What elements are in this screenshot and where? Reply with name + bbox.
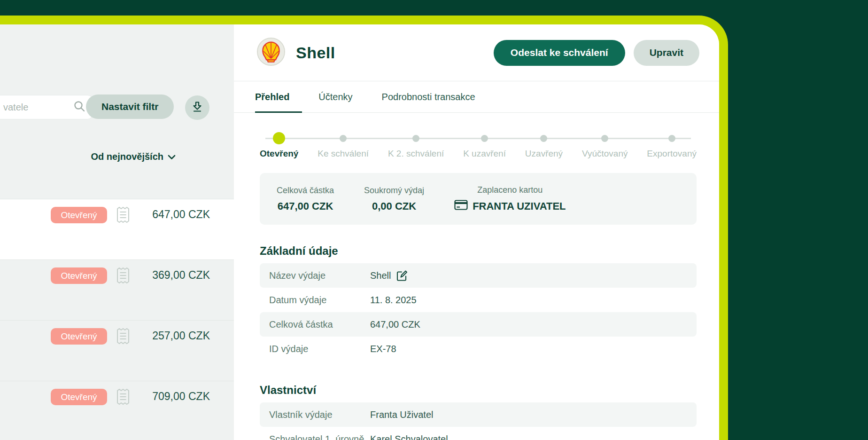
- edit-icon[interactable]: [396, 270, 408, 282]
- app-card: vatele Nastavit filtr Od nejnovějších: [0, 16, 728, 440]
- detail-content: OtevřenýKe schváleníK 2. schváleníK uzav…: [234, 113, 719, 440]
- status-badge: Otevřený: [51, 328, 107, 345]
- row-value: EX-78: [370, 344, 396, 354]
- row-label: Schvalovatel 1. úrovně: [269, 434, 370, 440]
- row-label: ID výdaje: [269, 344, 370, 354]
- summary-label: Celková částka: [277, 186, 334, 196]
- step-k-uzavreni: K uzavření: [463, 132, 506, 159]
- sort-dropdown[interactable]: Od nejnovějších: [91, 151, 176, 162]
- row-value: Karel Schvalovatel: [370, 434, 448, 440]
- receipt-icon: [116, 327, 130, 347]
- expense-amount: 709,00 CZK: [152, 390, 210, 403]
- sort-label: Od nejnovějších: [91, 151, 163, 162]
- set-filter-button[interactable]: Nastavit filtr: [86, 94, 174, 119]
- receipt-icon: [116, 206, 130, 226]
- expense-list-item[interactable]: Otevřený369,00 CZK: [0, 260, 234, 321]
- tab-bar: PřehledÚčtenkyPodrobnosti transakce: [234, 81, 719, 113]
- status-badge: Otevřený: [51, 389, 107, 405]
- send-for-approval-label: Odeslat ke schválení: [511, 47, 608, 58]
- section-title-vlastnictvi: Vlastnictví: [260, 384, 697, 397]
- expense-list-item[interactable]: Otevřený257,00 CZK: [0, 321, 234, 381]
- step-exportovany: Exportovaný: [647, 132, 697, 159]
- table-row-schvalovatel-1-urovne: Schvalovatel 1. úrovněKarel Schvalovatel: [260, 427, 697, 440]
- download-icon: [191, 101, 203, 115]
- step-label: Otevřený: [260, 149, 298, 159]
- step-label: Uzavřený: [525, 149, 563, 159]
- search-input[interactable]: vatele: [0, 95, 93, 119]
- step-dot: [412, 132, 419, 144]
- expense-list-item[interactable]: Otevřený709,00 CZK: [0, 381, 234, 440]
- credit-card-icon: [454, 200, 468, 213]
- summary-label: Zaplaceno kartou: [477, 185, 542, 195]
- tab-uctenky[interactable]: Účtenky: [318, 81, 352, 112]
- step-dot: [340, 132, 347, 144]
- chevron-down-icon: [168, 151, 176, 162]
- row-label: Celková částka: [269, 319, 370, 330]
- step-label: Ke schválení: [318, 149, 369, 159]
- step-label: K uzavření: [463, 149, 506, 159]
- expense-list-panel: vatele Nastavit filtr Od nejnovějších: [0, 24, 234, 440]
- row-value: Shell: [370, 270, 408, 282]
- search-icon: [73, 100, 86, 115]
- step-dot: [481, 132, 488, 144]
- step-dot: [668, 132, 675, 144]
- detail-sections: Základní údajeNázev výdajeShellDatum výd…: [260, 244, 697, 440]
- summary-value: 0,00 CZK: [372, 200, 416, 212]
- expense-list: Otevřený647,00 CZKOtevřený369,00 CZKOtev…: [0, 199, 234, 440]
- expense-amount: 257,00 CZK: [152, 330, 210, 342]
- tab-podrobnosti-transakce[interactable]: Podrobnosti transakce: [382, 81, 475, 112]
- step-k-2-schvaleni: K 2. schválení: [388, 132, 444, 159]
- step-label: Exportovaný: [647, 149, 697, 159]
- step-otevreny: Otevřený: [260, 132, 298, 159]
- row-value: Franta Uživatel: [370, 409, 434, 420]
- step-dot: [540, 132, 547, 144]
- summary-label: Soukromý výdaj: [364, 186, 424, 196]
- summary-zaplaceno-kartou: Zaplaceno kartouFRANTA UZIVATEL: [454, 185, 566, 213]
- row-value: 647,00 CZK: [370, 319, 420, 330]
- summary-value: 647,00 CZK: [278, 200, 333, 212]
- expense-amount: 647,00 CZK: [152, 208, 210, 221]
- table-row-nazev-vydaje: Název výdajeShell: [260, 263, 697, 288]
- expense-list-item[interactable]: Otevřený647,00 CZK: [0, 199, 234, 260]
- summary-value: FRANTA UZIVATEL: [454, 200, 566, 213]
- summary-celkova-castka: Celková částka647,00 CZK: [277, 186, 334, 212]
- expense-amount: 369,00 CZK: [152, 269, 210, 282]
- summary-box: Celková částka647,00 CZKSoukromý výdaj0,…: [260, 173, 697, 225]
- row-label: Vlastník výdaje: [269, 409, 370, 420]
- table-row-vlastnik-vydaje: Vlastník výdajeFranta Uživatel: [260, 402, 697, 427]
- row-label: Název výdaje: [269, 270, 370, 281]
- status-badge: Otevřený: [51, 207, 107, 223]
- page-title: Shell: [296, 44, 335, 62]
- set-filter-label: Nastavit filtr: [101, 101, 158, 112]
- shell-logo: [256, 37, 286, 68]
- step-vyuctovany: Vyúčtovaný: [582, 132, 628, 159]
- step-ke-schvaleni: Ke schválení: [318, 132, 369, 159]
- section-title-zakladni-udaje: Základní údaje: [260, 244, 697, 258]
- receipt-icon: [116, 388, 130, 408]
- step-uzavreny: Uzavřený: [525, 132, 563, 159]
- summary-soukromy-vydaj: Soukromý výdaj0,00 CZK: [364, 186, 424, 212]
- send-for-approval-button[interactable]: Odeslat ke schválení: [494, 40, 625, 66]
- row-value: 11. 8. 2025: [370, 295, 417, 306]
- table-row-celkova-castka: Celková částka647,00 CZK: [260, 312, 697, 337]
- status-stepper: OtevřenýKe schváleníK 2. schváleníK uzav…: [260, 132, 697, 159]
- download-button[interactable]: [185, 95, 209, 120]
- step-dot: [601, 132, 608, 144]
- table-row-datum-vydaje: Datum výdaje11. 8. 2025: [260, 288, 697, 312]
- table-row-id-vydaje: ID výdajeEX-78: [260, 337, 697, 361]
- search-input-text: vatele: [3, 102, 28, 113]
- step-dot: [273, 132, 285, 144]
- receipt-icon: [116, 267, 130, 286]
- row-label: Datum výdaje: [269, 295, 370, 306]
- edit-button[interactable]: Upravit: [634, 40, 699, 66]
- tab-prehled[interactable]: Přehled: [255, 81, 289, 112]
- edit-button-label: Upravit: [650, 47, 683, 58]
- step-label: K 2. schválení: [388, 149, 444, 159]
- detail-header: Shell Odeslat ke schválení Upravit: [234, 24, 719, 81]
- expense-detail-panel: Shell Odeslat ke schválení Upravit Přehl…: [234, 24, 719, 440]
- status-badge: Otevřený: [51, 267, 107, 284]
- step-label: Vyúčtovaný: [582, 149, 628, 159]
